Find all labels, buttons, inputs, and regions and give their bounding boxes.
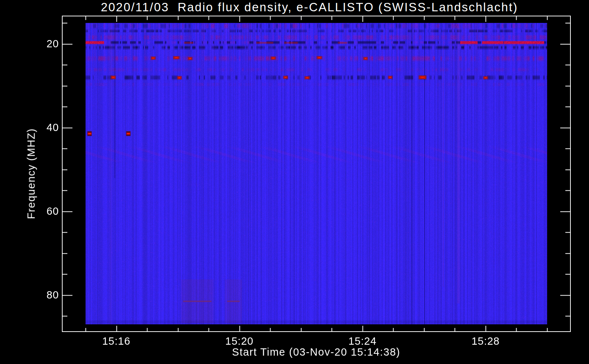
y-tick-label: 60 [23,205,59,217]
y-tick-label: 20 [23,38,59,50]
y-tick-label: 80 [23,289,59,301]
x-axis-title: Start Time (03-Nov-20 15:14:38) [62,346,570,358]
axes-frame [0,0,589,364]
x-tick-label: 15:28 [471,335,500,347]
x-tick-label: 15:24 [348,335,377,347]
x-tick-label: 15:16 [102,335,131,347]
spectrogram-page: 2020/11/03 Radio flux density, e-CALLIST… [0,0,589,364]
x-tick-label: 15:20 [225,335,254,347]
y-tick-label: 40 [23,122,59,134]
